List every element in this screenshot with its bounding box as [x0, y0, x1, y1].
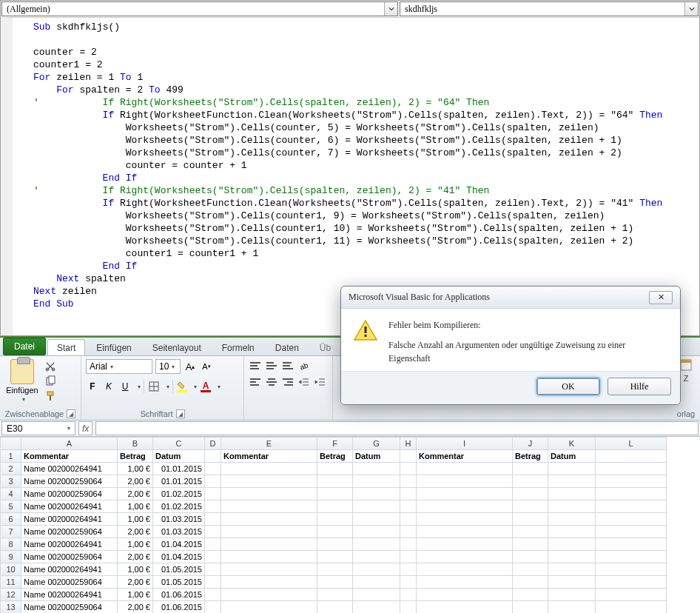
cell[interactable]	[400, 450, 417, 463]
cell[interactable]	[417, 563, 513, 576]
cell[interactable]: Datum	[548, 450, 596, 463]
cell[interactable]	[513, 513, 548, 526]
cell[interactable]	[548, 589, 596, 601]
copy-icon[interactable]	[44, 375, 56, 387]
cell[interactable]	[548, 563, 596, 576]
cell[interactable]	[596, 513, 667, 526]
cell[interactable]: Name 002000264941	[21, 500, 118, 513]
cell[interactable]: 01.02.2015	[153, 500, 205, 513]
cell[interactable]	[400, 500, 417, 513]
cell[interactable]	[317, 576, 353, 589]
dialog-launcher-icon[interactable]: ◢	[176, 409, 185, 418]
cell[interactable]	[596, 500, 667, 513]
cell[interactable]: 2,00 €	[118, 551, 153, 563]
col-header[interactable]: J	[513, 438, 548, 450]
cell[interactable]: Name 002000264941	[21, 538, 118, 551]
table-row[interactable]: 3Name 0020002590642,00 €01.01.2015	[1, 475, 667, 488]
cell[interactable]: 1,00 €	[118, 513, 153, 526]
table-row[interactable]: 6Name 0020002649411,00 €01.03.2015	[1, 513, 667, 526]
cell[interactable]	[205, 475, 221, 488]
cell[interactable]	[221, 500, 317, 513]
tab-formeln[interactable]: Formeln	[212, 339, 264, 355]
cell[interactable]: 01.04.2015	[153, 551, 205, 563]
row-header[interactable]: 9	[1, 551, 21, 563]
row-header[interactable]: 3	[1, 475, 21, 488]
cell[interactable]: 2,00 €	[118, 475, 153, 488]
cell[interactable]	[513, 551, 548, 563]
cell[interactable]: 1,00 €	[118, 463, 153, 475]
cell[interactable]	[221, 551, 317, 563]
row-header[interactable]: 13	[1, 601, 21, 614]
cell[interactable]	[317, 526, 353, 538]
cell[interactable]	[400, 538, 417, 551]
cell[interactable]: Betrag	[513, 450, 548, 463]
paste-button[interactable]: Einfügen ▾	[4, 359, 40, 403]
cell[interactable]	[417, 538, 513, 551]
dialog-titlebar[interactable]: Microsoft Visual Basic for Applications …	[341, 287, 680, 309]
table-row[interactable]: 1KommentarBetragDatumKommentarBetragDatu…	[1, 450, 667, 463]
cell[interactable]	[513, 488, 548, 500]
col-header[interactable]: I	[417, 438, 513, 450]
table-row[interactable]: 11Name 0020002590642,00 €01.05.2015	[1, 576, 667, 589]
help-button[interactable]: Hilfe	[608, 378, 671, 395]
row-header[interactable]: 12	[1, 589, 21, 601]
cell[interactable]	[221, 538, 317, 551]
cell[interactable]	[205, 488, 221, 500]
table-row[interactable]: 12Name 0020002649411,00 €01.06.2015	[1, 589, 667, 601]
cell[interactable]: 2,00 €	[118, 601, 153, 614]
col-header[interactable]: B	[118, 438, 153, 450]
cell[interactable]	[400, 488, 417, 500]
tab-ueberpruefen-cut[interactable]: Üb	[310, 339, 340, 355]
cell[interactable]	[400, 551, 417, 563]
cell[interactable]	[596, 463, 667, 475]
cell[interactable]	[317, 500, 353, 513]
decrease-font-icon[interactable]: A▾	[200, 360, 213, 373]
cell[interactable]	[205, 576, 221, 589]
row-header[interactable]: 11	[1, 576, 21, 589]
vba-procedure-dropdown[interactable]: skdhfkljs	[400, 1, 699, 16]
row-header[interactable]: 8	[1, 538, 21, 551]
cut-icon[interactable]	[44, 361, 56, 372]
cell[interactable]	[317, 563, 353, 576]
cell[interactable]	[596, 563, 667, 576]
table-row[interactable]: 9Name 0020002590642,00 €01.04.2015	[1, 551, 667, 563]
cell[interactable]: Datum	[153, 450, 205, 463]
tab-start[interactable]: Start	[47, 339, 85, 355]
cell[interactable]	[596, 589, 667, 601]
cell[interactable]: 1,00 €	[118, 538, 153, 551]
cell[interactable]	[353, 513, 400, 526]
align-top-icon[interactable]	[249, 360, 262, 372]
cell[interactable]: Name 002000264941	[21, 563, 118, 576]
cell[interactable]	[596, 488, 667, 500]
cell[interactable]	[400, 601, 417, 614]
cell[interactable]: 01.04.2015	[153, 538, 205, 551]
cell[interactable]	[596, 526, 667, 538]
row-header[interactable]: 5	[1, 500, 21, 513]
cell[interactable]: Name 002000259064	[21, 526, 118, 538]
table-row[interactable]: 2Name 0020002649411,00 €01.01.2015	[1, 463, 667, 475]
cell[interactable]	[417, 475, 513, 488]
cell[interactable]: 01.01.2015	[153, 475, 205, 488]
decrease-indent-icon[interactable]	[297, 375, 311, 389]
cell[interactable]	[353, 475, 400, 488]
cell[interactable]	[548, 500, 596, 513]
align-center-icon[interactable]	[265, 376, 278, 388]
cell[interactable]	[596, 576, 667, 589]
align-bottom-icon[interactable]	[281, 360, 295, 372]
cell[interactable]	[513, 475, 548, 488]
table-row[interactable]: 8Name 0020002649411,00 €01.04.2015	[1, 538, 667, 551]
cell[interactable]	[548, 463, 596, 475]
cell[interactable]	[205, 463, 221, 475]
cell[interactable]	[513, 463, 548, 475]
select-all-corner[interactable]	[1, 438, 21, 450]
cell[interactable]: 1,00 €	[118, 563, 153, 576]
cell[interactable]	[596, 551, 667, 563]
cell[interactable]	[353, 601, 400, 614]
cell[interactable]	[596, 601, 667, 614]
cell[interactable]	[221, 563, 317, 576]
fill-color-icon[interactable]	[176, 381, 188, 392]
tab-datei[interactable]: Datei	[3, 338, 46, 355]
cell[interactable]	[317, 538, 353, 551]
table-row[interactable]: 13Name 0020002590642,00 €01.06.2015	[1, 601, 667, 614]
cell[interactable]: Name 002000264941	[21, 463, 118, 475]
